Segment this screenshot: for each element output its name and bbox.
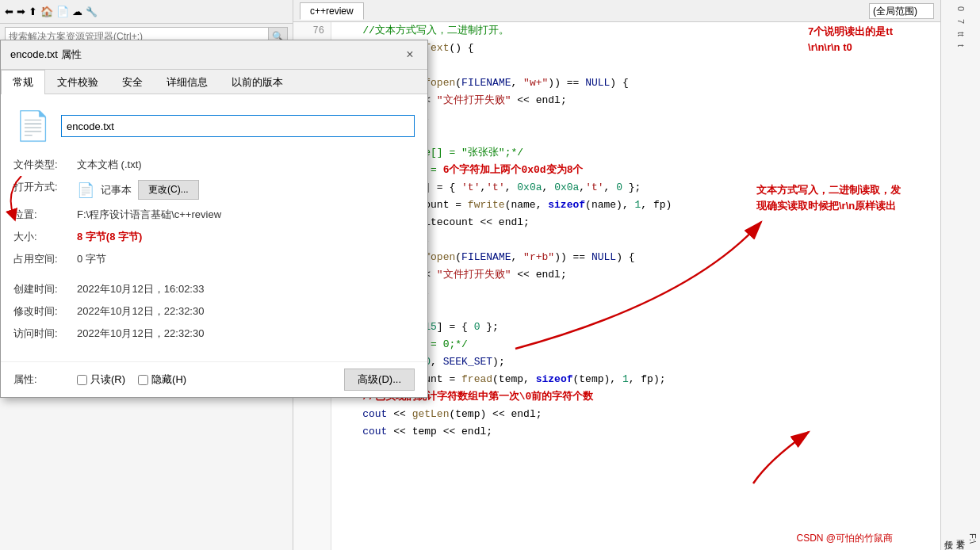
toolbar-icon-7[interactable]: 🔧 [86, 6, 98, 17]
file-icon-row: 📄 [13, 107, 415, 145]
toolbar-icon-5[interactable]: 📄 [56, 6, 69, 17]
size-row: 大小: 8 字节(8 字节) [13, 230, 415, 244]
disksize-label: 占用空间: [13, 252, 77, 266]
checkbox-row: 只读(R) 隐藏(H) [77, 372, 344, 387]
dialog-close-button[interactable]: × [402, 47, 418, 63]
readonly-checkbox[interactable]: 只读(R) [77, 372, 125, 387]
size-value: 8 字节(8 字节) [77, 230, 142, 244]
openwith-label: 打开方式: [13, 180, 77, 194]
disksize-value: 0 字节 [77, 252, 106, 266]
modified-label: 修改时间: [13, 304, 77, 319]
accessed-value: 2022年10月12日，22:32:30 [77, 327, 204, 341]
code-tab[interactable]: c++review [300, 2, 364, 20]
attr-label: 属性: [13, 372, 77, 387]
right-panel-item-7: 7 [955, 16, 967, 27]
modified-row: 修改时间: 2022年10月12日，22:32:30 [13, 304, 415, 319]
code-header: c++review (全局范围) [293, 0, 940, 22]
modified-value: 2022年10月12日，22:32:30 [77, 304, 204, 319]
file-icon-image: 📄 [15, 109, 51, 143]
filetype-label: 文件类型: [13, 158, 77, 172]
toolbar-icon-4[interactable]: 🏠 [40, 6, 53, 17]
location-row: 位置: F:\程序设计语言基础\c++review [13, 208, 415, 222]
toolbar-icon-2[interactable]: ➡ [17, 6, 25, 17]
accessed-label: 访问时间: [13, 327, 77, 341]
created-label: 创建时间: [13, 282, 77, 296]
sidebar: ⬅ ➡ ⬆ 🏠 📄 ☁ 🔧 🔍 解决方案"c++review"(1 个项目/共 … [0, 0, 293, 550]
dialog-titlebar: encode.txt 属性 × [1, 40, 427, 70]
dialog-content: 📄 文件类型: 文本文档 (.txt) 打开方式: 📄 记事本 更改(C) [1, 94, 427, 361]
toolbar-icon-1[interactable]: ⬅ [5, 6, 13, 17]
openwith-row: 打开方式: 📄 记事本 更改(C)... [13, 180, 415, 200]
openwith-value: 📄 记事本 更改(C)... [77, 180, 199, 200]
readonly-input[interactable] [77, 375, 87, 385]
right-panel-item-tt: tt [955, 29, 967, 40]
code-line-cout4: cout << temp << endl; [338, 423, 934, 441]
filename-input-wrap[interactable] [61, 115, 415, 137]
right-panel-item-0: 0 [955, 3, 967, 14]
tab-general[interactable]: 常规 [1, 70, 45, 94]
filetype-value: 文本文档 (.txt) [77, 158, 142, 172]
advanced-button[interactable]: 高级(D)... [344, 369, 415, 391]
code-line-getLen: cout << getLen(temp) << endl; [338, 406, 934, 423]
tab-checksum[interactable]: 文件校验 [45, 70, 110, 94]
file-icon: 📄 [13, 107, 52, 145]
filename-input[interactable] [61, 115, 415, 137]
notepad-icon: 📄 [77, 181, 94, 199]
size-label: 大小: [13, 230, 77, 244]
disksize-row: 占用空间: 0 字节 [13, 252, 415, 266]
toolbar-icon-3[interactable]: ⬆ [29, 6, 37, 17]
tab-security[interactable]: 安全 [110, 70, 155, 94]
dialog-tabs: 常规 文件校验 安全 详细信息 以前的版本 [1, 70, 427, 94]
right-panel-item-t: t [955, 41, 967, 50]
created-value: 2022年10月12日，16:02:33 [77, 282, 204, 296]
line-num-blank20 [300, 406, 324, 423]
properties-dialog: encode.txt 属性 × 常规 文件校验 安全 详细信息 以前的版本 📄 [0, 40, 428, 398]
right-panel-path: F:\程若要按任 [941, 527, 980, 550]
line-num-blank21 [300, 423, 324, 441]
location-label: 位置: [13, 208, 77, 222]
toolbar-icon-6[interactable]: ☁ [72, 6, 82, 17]
line-num-76: 76 [300, 22, 324, 40]
csdn-watermark: CSDN @可怕的竹鼠商 [796, 532, 893, 545]
right-panel: 0 7 tt t F:\程若要按任 [940, 0, 980, 550]
accessed-row: 访问时间: 2022年10月12日，22:32:30 [13, 327, 415, 341]
code-line-76: //文本方式写入，二进制打开。 [338, 22, 934, 40]
dialog-title: encode.txt 属性 [10, 48, 82, 62]
hidden-input[interactable] [138, 375, 148, 385]
hidden-label: 隐藏(H) [151, 372, 186, 387]
readonly-label: 只读(R) [90, 372, 125, 387]
openwith-app-name: 记事本 [101, 183, 132, 197]
scope-select[interactable]: (全局范围) [869, 3, 934, 19]
sidebar-toolbar: ⬅ ➡ ⬆ 🏠 📄 ☁ 🔧 [0, 0, 293, 24]
hidden-checkbox[interactable]: 隐藏(H) [138, 372, 186, 387]
tab-previous[interactable]: 以前的版本 [220, 70, 295, 94]
location-value: F:\程序设计语言基础\c++review [77, 208, 221, 222]
tab-details[interactable]: 详细信息 [155, 70, 220, 94]
dialog-footer: 属性: 只读(R) 隐藏(H) 高级(D)... [1, 361, 427, 397]
change-button[interactable]: 更改(C)... [138, 180, 199, 200]
created-row: 创建时间: 2022年10月12日，16:02:33 [13, 282, 415, 296]
filetype-row: 文件类型: 文本文档 (.txt) [13, 158, 415, 172]
